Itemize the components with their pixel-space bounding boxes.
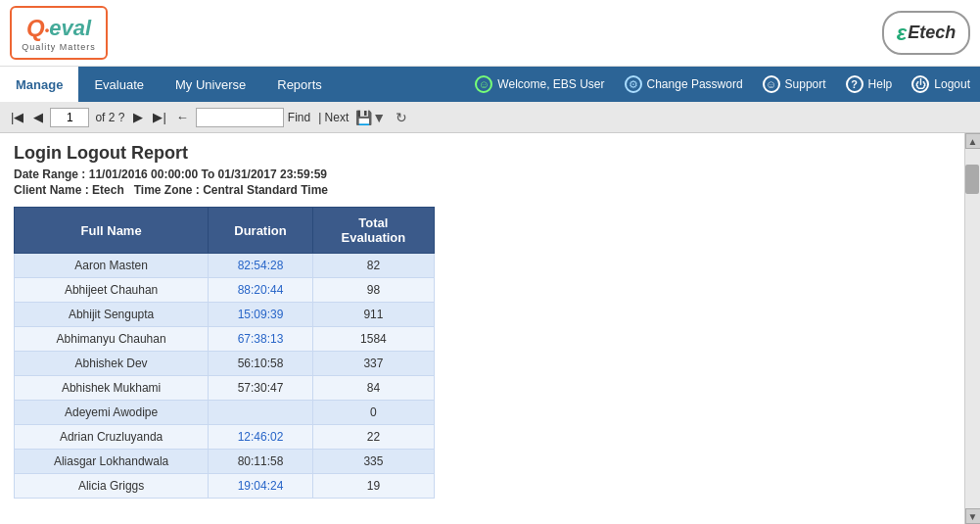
client-label: Client Name : <box>14 183 89 197</box>
cell-duration: 56:10:58 <box>209 352 313 376</box>
cell-duration: 80:11:58 <box>209 450 313 474</box>
help-icon: ? <box>846 75 863 93</box>
client-name: Etech <box>92 183 124 197</box>
last-page-button[interactable]: ▶| <box>150 109 168 125</box>
refresh-button[interactable]: ↻ <box>393 109 410 126</box>
logo-eval: eval <box>49 16 91 41</box>
main-content: Login Logout Report Date Range : 11/01/2… <box>0 133 980 524</box>
cell-name: Abhimanyu Chauhan <box>15 327 209 352</box>
cell-total-eval: 22 <box>312 425 434 450</box>
table-row: Abhimanyu Chauhan67:38:131584 <box>15 327 435 352</box>
cell-name: Abhijeet Chauhan <box>15 278 209 303</box>
cell-duration[interactable]: 12:46:02 <box>209 425 313 450</box>
col-header-fullname: Full Name <box>15 208 209 254</box>
scroll-track[interactable] <box>965 149 980 508</box>
cell-total-eval: 82 <box>312 254 434 278</box>
logo-tagline: Quality Matters <box>22 42 96 52</box>
back-button[interactable]: ← <box>173 109 192 125</box>
welcome-icon: ☺ <box>475 75 492 93</box>
nav-logout[interactable]: ⏻ Logout <box>902 75 980 93</box>
report-date-range: Date Range : 11/01/2016 00:00:00 To 01/3… <box>14 167 951 181</box>
logo-q: Q <box>26 15 45 42</box>
cell-duration[interactable]: 82:54:28 <box>209 254 313 278</box>
cell-name: Alicia Griggs <box>15 474 209 499</box>
etech-logo: ε Etech <box>882 11 970 55</box>
support-icon: ☺ <box>763 75 780 93</box>
logo-area: Q • eval Quality Matters <box>10 6 108 60</box>
nav-right: ☺ Welcome, EBS User ⚙ Change Password ☺ … <box>465 67 980 102</box>
cell-duration[interactable]: 67:38:13 <box>209 327 313 352</box>
next-label[interactable]: | Next <box>318 111 349 124</box>
cell-total-eval: 98 <box>312 278 434 303</box>
nav-reports[interactable]: Reports <box>261 67 338 102</box>
page-of-text: of 2 ? <box>95 111 124 124</box>
cell-name: Abhijit Sengupta <box>15 303 209 327</box>
cell-total-eval: 911 <box>312 303 434 327</box>
change-password-label: Change Password <box>647 77 743 91</box>
timezone-value: Central Standard Time <box>203 183 328 197</box>
table-row: Abhijit Sengupta15:09:39911 <box>15 303 435 327</box>
logout-label: Logout <box>934 77 970 91</box>
welcome-label: Welcome, EBS User <box>497 77 604 91</box>
nav-bar: Manage Evaluate My Universe Reports ☺ We… <box>0 67 980 102</box>
find-input[interactable] <box>196 108 284 127</box>
etech-e-letter: ε <box>897 21 908 46</box>
nav-welcome: ☺ Welcome, EBS User <box>465 75 614 93</box>
date-range-value: 11/01/2016 00:00:00 To 01/31/2017 23:59:… <box>89 167 327 181</box>
cell-duration[interactable]: 15:09:39 <box>209 303 313 327</box>
cell-total-eval: 84 <box>312 376 434 401</box>
timezone-label: Time Zone : <box>134 183 200 197</box>
nav-evaluate[interactable]: Evaluate <box>78 67 160 102</box>
page-number-input[interactable] <box>50 108 89 127</box>
report-title: Login Logout Report <box>14 143 951 164</box>
cell-total-eval: 335 <box>312 450 434 474</box>
top-header: Q • eval Quality Matters ε Etech <box>0 0 980 67</box>
export-button[interactable]: 💾▼ <box>352 109 389 126</box>
gear-icon: ⚙ <box>625 75 642 93</box>
date-range-label: Date Range : <box>14 167 85 181</box>
report-table: Full Name Duration TotalEvaluation Aaron… <box>14 207 435 499</box>
cell-name: Aaron Masten <box>15 254 209 278</box>
content-area: Login Logout Report Date Range : 11/01/2… <box>0 133 964 524</box>
table-row: Aaron Masten82:54:2882 <box>15 254 435 278</box>
nav-support[interactable]: ☺ Support <box>753 75 836 93</box>
scroll-up-arrow[interactable]: ▲ <box>965 133 981 149</box>
cell-duration[interactable]: 88:20:44 <box>209 278 313 303</box>
scroll-down-arrow[interactable]: ▼ <box>965 508 981 524</box>
nav-help[interactable]: ? Help <box>836 75 903 93</box>
support-label: Support <box>785 77 826 91</box>
nav-manage[interactable]: Manage <box>0 67 78 102</box>
cell-name: Adrian Cruzluyanda <box>15 425 209 450</box>
table-row: Abhishek Dev56:10:58337 <box>15 352 435 376</box>
col-header-total-eval: TotalEvaluation <box>312 208 434 254</box>
nav-my-universe[interactable]: My Universe <box>160 67 261 102</box>
power-icon: ⏻ <box>911 75 929 93</box>
next-page-button[interactable]: ▶ <box>130 109 146 125</box>
cell-duration <box>209 401 313 425</box>
table-row: Adrian Cruzluyanda12:46:0222 <box>15 425 435 450</box>
find-label[interactable]: Find <box>288 111 310 124</box>
etech-label: Etech <box>908 23 956 43</box>
report-area: Login Logout Report Date Range : 11/01/2… <box>0 133 964 508</box>
table-row: Alicia Griggs19:04:2419 <box>15 474 435 499</box>
scrollbar-vertical[interactable]: ▲ ▼ <box>964 133 980 524</box>
col-header-duration: Duration <box>209 208 313 254</box>
scroll-thumb[interactable] <box>965 165 979 194</box>
cell-name: Adeyemi Awodipe <box>15 401 209 425</box>
first-page-button[interactable]: |◀ <box>8 109 26 125</box>
app-logo: Q • eval Quality Matters <box>10 6 108 60</box>
cell-name: Abhishek Dev <box>15 352 209 376</box>
table-row: Adeyemi Awodipe0 <box>15 401 435 425</box>
table-row: Aliasgar Lokhandwala80:11:58335 <box>15 450 435 474</box>
table-row: Abhishek Mukhami57:30:4784 <box>15 376 435 401</box>
cell-duration: 57:30:47 <box>209 376 313 401</box>
cell-duration[interactable]: 19:04:24 <box>209 474 313 499</box>
table-row: Abhijeet Chauhan88:20:4498 <box>15 278 435 303</box>
cell-name: Aliasgar Lokhandwala <box>15 450 209 474</box>
help-label: Help <box>868 77 893 91</box>
report-client: Client Name : Etech Time Zone : Central … <box>14 183 951 197</box>
cell-total-eval: 337 <box>312 352 434 376</box>
prev-page-button[interactable]: ◀ <box>30 109 46 125</box>
nav-change-password[interactable]: ⚙ Change Password <box>615 75 753 93</box>
cell-total-eval: 0 <box>312 401 434 425</box>
